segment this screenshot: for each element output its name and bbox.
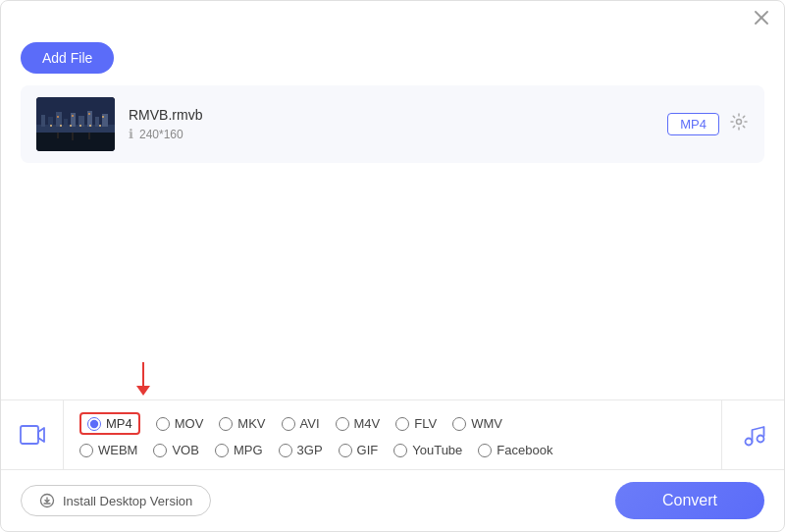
svg-point-24 [99, 125, 101, 127]
install-desktop-button[interactable]: Install Desktop Version [21, 485, 211, 516]
arrow-line [142, 362, 144, 386]
label-gif: GIF [357, 443, 379, 457]
format-option-facebook[interactable]: Facebook [478, 443, 552, 457]
toolbar: Add File [21, 34, 764, 85]
svg-rect-14 [102, 114, 108, 127]
svg-point-18 [102, 116, 104, 118]
svg-point-30 [745, 439, 752, 446]
format-badge[interactable]: MP4 [667, 113, 719, 135]
arrow-head [136, 386, 150, 396]
video-format-icon[interactable] [1, 400, 64, 469]
install-label: Install Desktop Version [63, 494, 192, 508]
file-name: RMVB.rmvb [129, 107, 654, 123]
svg-point-23 [89, 125, 91, 127]
format-option-webm[interactable]: WEBM [79, 443, 137, 457]
format-option-m4v[interactable]: M4V [336, 416, 381, 431]
radio-3gp[interactable] [279, 444, 292, 457]
radio-facebook[interactable] [478, 444, 492, 457]
svg-rect-6 [41, 115, 45, 127]
svg-point-16 [72, 115, 74, 117]
label-webm: WEBM [98, 443, 137, 457]
bottom-bar: Install Desktop Version Convert [1, 469, 784, 531]
radio-mov[interactable] [156, 417, 170, 431]
svg-rect-4 [36, 132, 115, 151]
format-options: MP4 MOV MKV AVI M4V [64, 404, 721, 465]
format-option-mp4[interactable]: MP4 [79, 412, 140, 435]
file-actions: MP4 [667, 112, 749, 136]
file-meta: ℹ 240*160 [129, 127, 654, 141]
label-mp4: MP4 [106, 416, 132, 431]
convert-button[interactable]: Convert [615, 482, 764, 519]
svg-rect-13 [95, 117, 99, 127]
label-flv: FLV [414, 416, 437, 431]
format-option-youtube[interactable]: YouTube [393, 443, 462, 457]
close-button[interactable] [753, 9, 770, 27]
radio-youtube[interactable] [393, 444, 407, 457]
label-3gp: 3GP [297, 443, 323, 457]
radio-webm[interactable] [79, 444, 93, 457]
svg-rect-9 [64, 119, 68, 127]
label-m4v: M4V [354, 416, 381, 431]
label-youtube: YouTube [412, 443, 462, 457]
label-facebook: Facebook [497, 443, 552, 457]
file-item: RMVB.rmvb ℹ 240*160 MP4 [21, 85, 764, 163]
download-icon [39, 493, 55, 508]
down-arrow [136, 362, 150, 396]
svg-rect-10 [71, 113, 76, 127]
svg-rect-29 [21, 426, 38, 444]
radio-gif[interactable] [339, 444, 352, 457]
label-mov: MOV [175, 416, 204, 431]
format-row-2: WEBM VOB MPG 3GP GIF [79, 443, 706, 457]
radio-wmv[interactable] [452, 417, 466, 431]
svg-rect-11 [78, 116, 84, 127]
radio-vob[interactable] [153, 444, 167, 457]
format-option-flv[interactable]: FLV [395, 416, 437, 431]
svg-point-19 [50, 125, 52, 127]
format-option-mpg[interactable]: MPG [215, 443, 263, 457]
format-option-wmv[interactable]: WMV [452, 416, 502, 431]
settings-icon[interactable] [729, 112, 749, 136]
file-resolution: 240*160 [139, 128, 183, 141]
format-option-avi[interactable]: AVI [282, 416, 320, 431]
title-bar [1, 1, 784, 34]
svg-point-15 [57, 116, 59, 118]
empty-area [21, 163, 764, 362]
info-icon: ℹ [129, 127, 133, 141]
format-option-mkv[interactable]: MKV [219, 416, 265, 431]
format-option-vob[interactable]: VOB [153, 443, 198, 457]
label-mpg: MPG [234, 443, 263, 457]
svg-rect-8 [56, 112, 62, 127]
radio-mpg[interactable] [215, 444, 229, 457]
main-content: Add File [1, 34, 784, 399]
format-option-3gp[interactable]: 3GP [279, 443, 323, 457]
radio-avi[interactable] [282, 417, 295, 431]
audio-format-icon[interactable] [721, 400, 784, 469]
format-row-1: MP4 MOV MKV AVI M4V [79, 412, 706, 435]
file-thumbnail [36, 97, 115, 151]
file-list: RMVB.rmvb ℹ 240*160 MP4 [21, 85, 764, 163]
file-info: RMVB.rmvb ℹ 240*160 [129, 107, 654, 141]
label-wmv: WMV [471, 416, 502, 431]
radio-m4v[interactable] [336, 417, 349, 431]
svg-point-17 [88, 113, 90, 115]
svg-point-20 [60, 125, 62, 127]
arrow-container [21, 362, 764, 399]
label-avi: AVI [300, 416, 320, 431]
radio-flv[interactable] [395, 417, 409, 431]
label-mkv: MKV [237, 416, 265, 431]
radio-mp4[interactable] [87, 417, 101, 431]
label-vob: VOB [172, 443, 198, 457]
svg-point-22 [79, 125, 81, 127]
radio-mkv[interactable] [219, 417, 233, 431]
format-option-mov[interactable]: MOV [156, 416, 204, 431]
app-window: Add File [0, 0, 785, 532]
svg-point-31 [757, 436, 763, 443]
format-bar: MP4 MOV MKV AVI M4V [1, 399, 784, 469]
add-file-button[interactable]: Add File [21, 42, 114, 74]
svg-point-28 [737, 120, 742, 125]
format-option-gif[interactable]: GIF [339, 443, 379, 457]
svg-point-21 [70, 125, 72, 127]
